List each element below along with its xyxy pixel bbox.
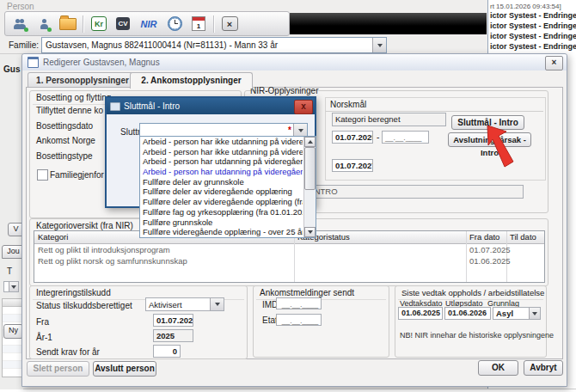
- bosetting-group-title: Bosetting og flytting: [36, 93, 111, 102]
- history-clock-icon[interactable]: [165, 15, 184, 33]
- familie-dropdown-button[interactable]: [372, 38, 386, 52]
- tab-ankomstopplysninger[interactable]: 2. Ankomstopplysninger: [130, 72, 253, 89]
- log-line[interactable]: ictor Systest - Endringer et: [490, 32, 576, 40]
- sluttmal-titlebar[interactable]: Sluttmål - Intro: [107, 98, 315, 114]
- sendt-krav-label: Sendt krav for år: [36, 347, 100, 357]
- kategori-table: Kategori Kategoristatus Fra dato Til dat…: [34, 230, 545, 283]
- chevron-down-icon[interactable]: [529, 308, 540, 319]
- person-glyph: [40, 19, 48, 29]
- vedtaksdato-field[interactable]: 01.06.2025: [398, 307, 443, 320]
- familiegjenforening-checkbox[interactable]: [37, 169, 48, 181]
- familie-label: Familie:: [9, 40, 39, 50]
- log-line[interactable]: ictor Systest - Endringer et: [490, 21, 576, 30]
- table-row[interactable]: 01.07.2025: [469, 245, 511, 254]
- chevron-down-icon: [377, 44, 383, 47]
- table-row[interactable]: Rett og plikt til introduksjonsprogram: [38, 245, 291, 254]
- table-row[interactable]: Rett og plikt norsk og samfunnskunnskap: [38, 256, 291, 266]
- scroll-down-button[interactable]: [304, 227, 316, 237]
- dropdown-scrollbar[interactable]: [303, 137, 316, 237]
- sluttmal-option-highlighted[interactable]: Arbeid - person har utdanning på videreg…: [140, 167, 303, 177]
- left-window-fragment: Gus V Jou T Ny: [0, 53, 23, 389]
- scroll-up-button[interactable]: [304, 137, 316, 147]
- imdi-date-field[interactable]: __.__.____: [276, 297, 322, 309]
- desktop: Person Kr CV NIR 1: [0, 0, 576, 392]
- sluttmal-option[interactable]: Arbeid - person har ikke utdanning på vi…: [140, 147, 303, 157]
- kategorioversikt-title: Kategorioversikt (fra NIR): [36, 221, 133, 230]
- bosettingsdato-label: Bosettingsdato: [36, 121, 93, 131]
- sluttmal-close-button[interactable]: x: [294, 100, 313, 114]
- vedtak-title: Siste vedtak oppholds / arbeidstillatels…: [401, 288, 544, 297]
- grunnlag-combobox[interactable]: Asyl: [493, 307, 541, 320]
- chevron-down-icon: [9, 282, 18, 291]
- fra-field[interactable]: 01.07.2025: [153, 314, 193, 327]
- nir-til-dato-field[interactable]: __.__.____: [382, 131, 429, 144]
- col-til-dato[interactable]: Til dato: [510, 232, 536, 242]
- table-row[interactable]: 01.06.2025: [469, 256, 511, 266]
- avslutt-person-button[interactable]: Avslutt person: [93, 361, 156, 377]
- intro-field: INTRO: [309, 185, 524, 199]
- dialog-icon: [110, 102, 120, 111]
- t-label-fragment: T: [7, 266, 12, 276]
- col-kategori[interactable]: Kategori: [38, 232, 68, 242]
- calendar-icon[interactable]: 1: [189, 15, 208, 33]
- sluttmal-option[interactable]: Fullføre grunnskole: [140, 217, 303, 228]
- toolbar-separator: [213, 15, 215, 33]
- status-tilskudd-combobox[interactable]: Aktivisert: [145, 297, 224, 311]
- siste-vedtak-group: Siste vedtak oppholds / arbeidstillatels…: [395, 285, 547, 358]
- avbryt-button[interactable]: Avbryt: [524, 360, 563, 376]
- sluttmal-option[interactable]: Fullføre deler av videregående opplæring: [140, 187, 303, 197]
- green-dot: [47, 28, 52, 32]
- sluttmal-option[interactable]: Fullføre videregående opplæring - over 2…: [140, 227, 303, 237]
- sendt-krav-field[interactable]: 0: [153, 345, 181, 358]
- ny-button-fragment[interactable]: Ny: [3, 324, 23, 339]
- norskmal-subtab[interactable]: Norskmål: [330, 100, 366, 109]
- sluttmal-option[interactable]: Arbeid - person har utdanning på videreg…: [140, 156, 303, 167]
- nir-icon[interactable]: NIR: [138, 15, 160, 33]
- mini-dropdown-fragment[interactable]: [3, 281, 19, 292]
- log-line[interactable]: ictor Systest - Endringer et: [490, 11, 576, 20]
- folder-icon[interactable]: [58, 15, 77, 33]
- ar1-field[interactable]: 2025: [153, 329, 193, 342]
- toolbar-separator: [83, 15, 84, 33]
- status-tilskudd-label: Status tilskuddsberettiget: [36, 301, 132, 310]
- nir-fra-dato-field[interactable]: 01.07.2025: [332, 131, 373, 144]
- close-tool-icon[interactable]: ×: [220, 15, 239, 33]
- nir-group-title: NIR-Opplysninger: [250, 86, 318, 95]
- dialog-close-button[interactable]: ×: [545, 56, 563, 70]
- col-fra-dato[interactable]: Fra dato: [469, 232, 499, 242]
- red-annotation-arrow: [485, 124, 521, 168]
- slett-person-button[interactable]: Slett person: [27, 361, 89, 377]
- sluttmal-option[interactable]: Fullføre deler av grunnskole: [140, 177, 303, 187]
- gustavsen-panel-fragment: Gus: [3, 64, 20, 74]
- log-line[interactable]: ictor Systest - Endringer et: [490, 42, 576, 51]
- tab-personopplysninger[interactable]: 1. Personopplysninger: [28, 72, 138, 88]
- kr-icon[interactable]: Kr: [89, 15, 108, 33]
- kategori-beregnet-field: Kategori beregnet: [332, 113, 446, 126]
- scrollbar-thumb[interactable]: [304, 147, 316, 190]
- chevron-down-icon[interactable]: [293, 124, 307, 137]
- window-title: Person: [7, 2, 34, 11]
- integrering-title: Integreringstilskudd: [36, 288, 111, 297]
- tilflyttet-label: Tilflyttet denne ko: [36, 106, 103, 115]
- sluttmal-option[interactable]: Arbeid - person har ikke utdanning på vi…: [140, 137, 303, 147]
- green-dot: [24, 28, 28, 32]
- familie-value: Gustavsen, Magnus 882411000414 (Nr=81131…: [42, 40, 372, 50]
- cv-icon[interactable]: CV: [113, 15, 132, 33]
- dialog-titlebar[interactable]: Redigerer Gustavsen, Magnus: [22, 54, 567, 70]
- sluttmal-option[interactable]: Fullføre deler av videregående opplæring…: [140, 197, 303, 207]
- etater-date-field[interactable]: __.__.____: [276, 314, 322, 326]
- nir-note: NB! NIR innehar de historiske opplysning…: [400, 331, 554, 340]
- sluttmal-dialog-title: Sluttmål - Intro: [124, 101, 180, 111]
- ok-button[interactable]: OK: [478, 360, 518, 376]
- person-add-icon[interactable]: [34, 15, 53, 33]
- bosettingstype-label: Bosettingstype: [36, 151, 93, 161]
- sluttmal-option[interactable]: Fullføre fag og yrkesopplæring (fra 01.0…: [140, 207, 303, 217]
- persons-group-icon[interactable]: [10, 15, 29, 33]
- chevron-down-icon[interactable]: [210, 298, 224, 310]
- utlopsdato-field[interactable]: 01.06.2026: [444, 307, 491, 320]
- slutt-dato-field[interactable]: 01.07.2027: [332, 159, 373, 172]
- form-icon: [28, 57, 39, 68]
- familie-combobox[interactable]: Gustavsen, Magnus 882411000414 (Nr=81131…: [41, 37, 387, 53]
- log-header-fragment: rt 15.01.2026 09:43:54]: [490, 3, 561, 10]
- dark-toolbar-strip: [290, 13, 487, 34]
